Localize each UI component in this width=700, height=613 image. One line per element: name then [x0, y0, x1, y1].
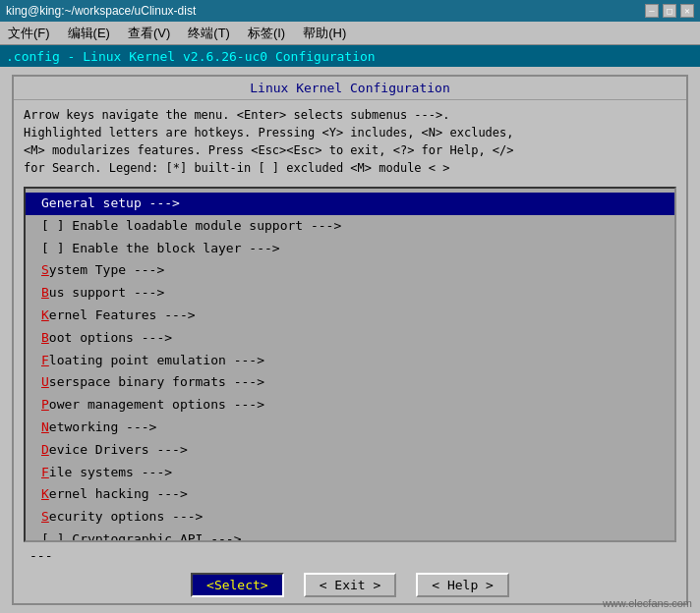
hotkey-letter: K — [41, 486, 49, 501]
hotkey-letter: N — [41, 419, 49, 434]
hotkey-letter: D — [41, 442, 49, 457]
config-titlebar-text: .config - Linux Kernel v2.6.26-uc0 Confi… — [6, 49, 376, 64]
dialog-title: Linux Kernel Configuration — [14, 77, 686, 100]
help-text: Arrow keys navigate the menu. <Enter> se… — [14, 100, 686, 183]
dialog: Linux Kernel Configuration Arrow keys na… — [12, 75, 688, 605]
hotkey-letter: B — [41, 285, 49, 300]
titlebar-controls: — □ ✕ — [645, 4, 694, 18]
menu-item[interactable]: Floating point emulation ---> — [26, 350, 674, 372]
menu-item[interactable]: File systems ---> — [26, 462, 674, 484]
hotkey-letter: S — [41, 262, 49, 277]
hotkey-letter: F — [41, 465, 49, 479]
close-button[interactable]: ✕ — [680, 4, 694, 18]
titlebar: king@king:~/workspace/uClinux-dist — □ ✕ — [0, 0, 700, 22]
menu-item[interactable]: Userspace binary formats ---> — [26, 371, 674, 394]
menubar-item[interactable]: 查看(V) — [124, 25, 174, 42]
menu-item[interactable]: Networking ---> — [26, 417, 674, 439]
terminal: Linux Kernel Configuration Arrow keys na… — [0, 67, 700, 613]
bottom-button[interactable]: < Help > — [416, 573, 509, 597]
hotkey-letter: B — [41, 330, 49, 345]
hotkey-letter: K — [41, 307, 49, 322]
menu-item[interactable]: Kernel hacking ---> — [26, 483, 674, 506]
bottom-button[interactable]: < Exit > — [304, 573, 397, 597]
minimize-button[interactable]: — — [645, 4, 659, 18]
menubar-item[interactable]: 终端(T) — [184, 25, 234, 42]
menu-item[interactable]: Kernel Features ---> — [26, 305, 674, 327]
menu-item[interactable]: General setup ---> — [26, 193, 674, 215]
watermark: www.elecfans.com — [603, 597, 692, 609]
menu-item[interactable]: [ ] Cryptographic API ---> — [26, 529, 674, 542]
bottom-button[interactable]: <Select> — [191, 573, 284, 597]
hotkey-letter: S — [41, 509, 49, 524]
help-line: for Search. Legend: [*] built-in [ ] exc… — [24, 159, 676, 177]
menubar-item[interactable]: 帮助(H) — [299, 25, 350, 42]
menu-item[interactable]: Power management options ---> — [26, 394, 674, 417]
help-line: <M> modularizes features. Press <Esc><Es… — [24, 141, 676, 159]
menu-item[interactable]: [ ] Enable the block layer ---> — [26, 238, 674, 260]
menubar-item[interactable]: 编辑(E) — [64, 25, 114, 42]
maximize-button[interactable]: □ — [663, 4, 676, 18]
menubar: 文件(F)编辑(E)查看(V)终端(T)标签(I)帮助(H) — [0, 22, 700, 45]
menu-item[interactable]: Bus support ---> — [26, 282, 674, 305]
hotkey-letter: P — [41, 397, 49, 412]
menubar-item[interactable]: 标签(I) — [244, 25, 289, 42]
menu-item[interactable]: Security options ---> — [26, 506, 674, 529]
menu-item[interactable]: Device Drivers ---> — [26, 439, 674, 462]
help-line: Highlighted letters are hotkeys. Pressin… — [24, 124, 676, 141]
help-line: Arrow keys navigate the menu. <Enter> se… — [24, 106, 676, 124]
menu-item[interactable]: [ ] Enable loadable module support ---> — [26, 215, 674, 238]
menu-item[interactable]: Boot options ---> — [26, 327, 674, 350]
menu-item[interactable]: System Type ---> — [26, 259, 674, 282]
config-titlebar: .config - Linux Kernel v2.6.26-uc0 Confi… — [0, 45, 700, 67]
hotkey-letter: F — [41, 353, 49, 367]
titlebar-title: king@king:~/workspace/uClinux-dist — [6, 4, 196, 18]
hotkey-letter: U — [41, 374, 49, 389]
menu-area[interactable]: General setup --->[ ] Enable loadable mo… — [24, 187, 676, 542]
menu-ellipsis: --- — [14, 546, 686, 565]
bottom-buttons: <Select>< Exit >< Help > — [14, 565, 686, 603]
menubar-item[interactable]: 文件(F) — [4, 25, 54, 42]
